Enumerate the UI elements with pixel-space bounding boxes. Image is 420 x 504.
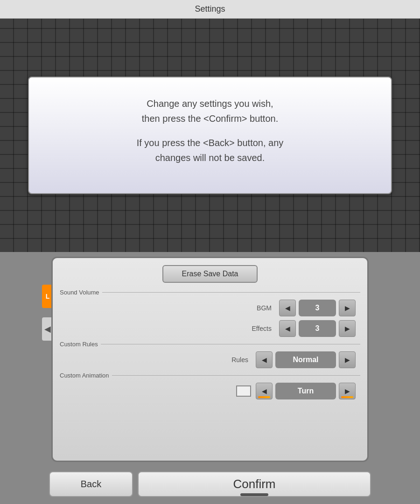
bottom-buttons-row: Back Confirm: [42, 471, 378, 497]
animation-value: Turn: [275, 383, 336, 399]
custom-animation-section-label: Custom Animation: [60, 372, 360, 379]
bgm-value: 3: [299, 300, 336, 316]
rules-control-row: Rules ◀ Normal ▶: [60, 351, 360, 368]
rules-value: Normal: [275, 351, 336, 368]
animation-control-row: ◀ Turn ▶: [60, 383, 360, 399]
animation-preview-icon: [236, 385, 251, 397]
bgm-label: BGM: [257, 304, 272, 312]
animation-decrease-button[interactable]: ◀: [256, 383, 273, 399]
bgm-increase-button[interactable]: ▶: [339, 300, 356, 316]
top-screen: Settings Change any settings you wish,th…: [0, 0, 420, 252]
rules-increase-button[interactable]: ▶: [339, 351, 356, 368]
bgm-control-row: BGM ◀ 3 ▶: [60, 300, 360, 316]
rules-label: Rules: [231, 356, 248, 364]
settings-panel: Erase Save Data Sound Volume BGM ◀ 3 ▶ E…: [51, 257, 369, 462]
info-line-3-4: If you press the <Back> button, anychang…: [57, 135, 363, 165]
title-text: Settings: [195, 4, 225, 14]
erase-save-data-button[interactable]: Erase Save Data: [162, 265, 258, 283]
info-box: Change any settings you wish,then press …: [28, 77, 392, 194]
rules-decrease-button[interactable]: ◀: [256, 351, 273, 368]
effects-value: 3: [299, 320, 336, 337]
animation-increase-button[interactable]: ▶: [339, 383, 356, 399]
confirm-button[interactable]: Confirm: [138, 471, 371, 497]
title-bar: Settings: [0, 0, 420, 19]
info-line-1-2: Change any settings you wish,then press …: [57, 96, 363, 126]
back-button[interactable]: Back: [49, 471, 133, 497]
effects-decrease-button[interactable]: ◀: [279, 320, 296, 337]
effects-increase-button[interactable]: ▶: [339, 320, 356, 337]
custom-rules-section-label: Custom Rules: [60, 341, 360, 348]
bgm-decrease-button[interactable]: ◀: [279, 300, 296, 316]
effects-control-row: Effects ◀ 3 ▶: [60, 320, 360, 337]
effects-label: Effects: [252, 325, 272, 332]
bottom-screen: L ◀ Erase Save Data Sound Volume BGM ◀ 3…: [0, 252, 420, 504]
sound-volume-section-label: Sound Volume: [60, 289, 360, 296]
